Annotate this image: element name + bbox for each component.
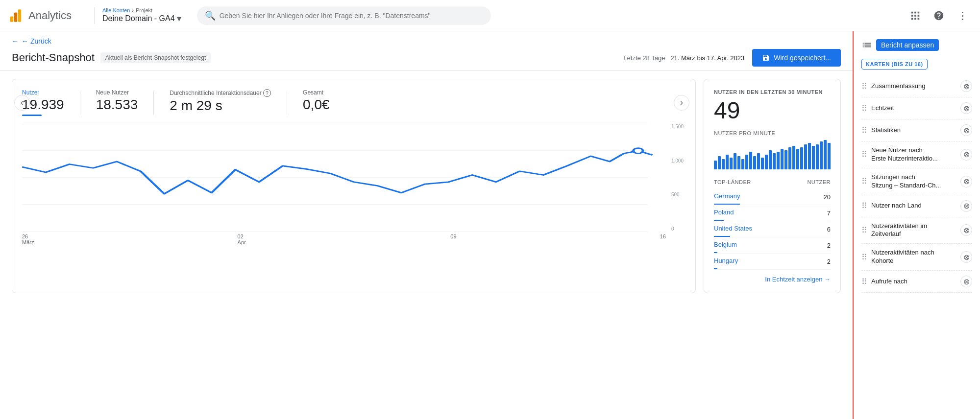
help-icon-button[interactable] bbox=[929, 6, 949, 25]
dropdown-arrow-icon: ▾ bbox=[177, 13, 181, 24]
more-options-button[interactable]: ⋮ bbox=[953, 6, 972, 25]
breadcrumb-domain: Deine Domain - GA4 bbox=[102, 14, 175, 23]
next-metric-button[interactable]: › bbox=[674, 95, 689, 111]
search-input[interactable] bbox=[220, 12, 483, 20]
breadcrumb-parent[interactable]: Alle Konten bbox=[102, 7, 130, 13]
remove-aktivitaeten-zeit-button[interactable]: ⊗ bbox=[960, 224, 972, 236]
country-belgium-count: 2 bbox=[827, 242, 831, 249]
panel-item-echtzeit[interactable]: ⠿ Echtzeit ⊗ bbox=[861, 97, 972, 119]
countries-header-left: TOP-LÄNDER bbox=[714, 179, 751, 185]
panel-item-zusammenfassung[interactable]: ⠿ Zusammenfassung ⊗ bbox=[861, 75, 972, 97]
metric-gesamt-label: Gesamt bbox=[303, 89, 330, 96]
bar-item bbox=[777, 152, 780, 169]
main-layout: ← ← Zurück Bericht-Snapshot Aktuell als … bbox=[0, 31, 980, 419]
country-row-hungary: Hungary 2 bbox=[714, 254, 831, 270]
country-row-poland: Poland 7 bbox=[714, 205, 831, 221]
remove-icon-6: ⊗ bbox=[963, 201, 970, 210]
help-circle-icon bbox=[933, 10, 944, 21]
country-us-count: 6 bbox=[827, 226, 831, 233]
metric-gesamt-value: 0,0€ bbox=[303, 97, 330, 113]
realtime-link-text: In Echtzeit anzeigen → bbox=[765, 276, 831, 283]
panel-item-label-aktivitaeten-zeit: Nutzeraktivitäten imZeitverlauf bbox=[871, 222, 927, 239]
grid-icon-button[interactable] bbox=[906, 6, 925, 25]
remove-icon-8: ⊗ bbox=[963, 253, 970, 262]
back-arrow-icon: ← bbox=[12, 37, 19, 45]
svg-rect-1 bbox=[14, 12, 17, 22]
drag-icon-neue-nutzer: ⠿ bbox=[861, 150, 867, 159]
remove-statistiken-button[interactable]: ⊗ bbox=[960, 124, 972, 136]
country-poland[interactable]: Poland bbox=[714, 209, 734, 216]
panel-item-nutzer-land[interactable]: ⠿ Nutzer nach Land ⊗ bbox=[861, 195, 972, 217]
svg-point-17 bbox=[634, 148, 643, 154]
line-chart-svg bbox=[22, 124, 686, 232]
remove-aktivitaeten-kohorte-button[interactable]: ⊗ bbox=[960, 251, 972, 263]
cards-label: KARTEN (BIS ZU 16) bbox=[861, 59, 972, 75]
logo-area: Analytics bbox=[8, 8, 86, 23]
panel-item-sitzungen[interactable]: ⠿ Sitzungen nachSitzung – Standard-Ch...… bbox=[861, 168, 972, 195]
breadcrumb-main[interactable]: Deine Domain - GA4 ▾ bbox=[102, 13, 181, 24]
realtime-title: NUTZER IN DEN LETZTEN 30 MINUTEN bbox=[714, 89, 831, 95]
bar-item bbox=[800, 147, 803, 169]
bar-item bbox=[812, 146, 815, 169]
breadcrumb-top: Alle Konten › Projekt bbox=[102, 7, 181, 13]
remove-aufrufe-button[interactable]: ⊗ bbox=[960, 276, 972, 287]
search-bar[interactable]: 🔍 bbox=[197, 6, 491, 25]
breadcrumb-sub: Projekt bbox=[136, 7, 152, 13]
cards-label-text: KARTEN (BIS ZU 16) bbox=[861, 59, 928, 70]
country-row-us: United States 6 bbox=[714, 221, 831, 237]
save-button[interactable]: Wird gespeichert... bbox=[752, 49, 841, 67]
bar-item bbox=[784, 150, 787, 169]
metric-neue-nutzer[interactable]: Neue Nutzer 18.533 bbox=[96, 89, 138, 113]
chart-x-labels: 26März 02Apr. 09 16 bbox=[22, 232, 686, 245]
remove-icon-9: ⊗ bbox=[963, 277, 970, 286]
remove-sitzungen-button[interactable]: ⊗ bbox=[960, 176, 972, 187]
metric-dauer[interactable]: Durchschnittliche Interaktionsdauer ? 2 … bbox=[170, 89, 271, 114]
realtime-card: NUTZER IN DEN LETZTEN 30 MINUTEN 49 NUTZ… bbox=[704, 79, 841, 293]
bar-item bbox=[741, 159, 744, 169]
country-germany[interactable]: Germany bbox=[714, 192, 740, 200]
drag-icon-sitzungen: ⠿ bbox=[861, 177, 867, 186]
panel-title: Bericht anpassen bbox=[876, 39, 939, 51]
svg-rect-6 bbox=[911, 15, 913, 17]
panel-item-aktivitaeten-kohorte[interactable]: ⠿ Nutzeraktivitäten nachKohorte ⊗ bbox=[861, 244, 972, 271]
remove-neue-nutzer-button[interactable]: ⊗ bbox=[960, 149, 972, 161]
bar-item bbox=[757, 153, 760, 169]
svg-rect-2 bbox=[18, 9, 21, 22]
remove-icon: ⊗ bbox=[963, 82, 970, 91]
countries-table: TOP-LÄNDER NUTZER Germany 20 Poland bbox=[714, 177, 831, 270]
bar-item bbox=[745, 155, 748, 169]
metric-gesamt[interactable]: Gesamt 0,0€ bbox=[303, 89, 330, 113]
bar-item bbox=[824, 140, 827, 169]
panel-item-neue-nutzer[interactable]: ⠿ Neue Nutzer nachErste Nutzerinteraktio… bbox=[861, 141, 972, 168]
panel-item-label-statistiken: Statistiken bbox=[871, 126, 901, 135]
breadcrumb-area: Alle Konten › Projekt Deine Domain - GA4… bbox=[94, 7, 181, 24]
remove-nutzer-land-button[interactable]: ⊗ bbox=[960, 200, 972, 212]
country-belgium[interactable]: Belgium bbox=[714, 241, 737, 248]
dauer-help-icon[interactable]: ? bbox=[263, 89, 271, 97]
remove-zusammenfassung-button[interactable]: ⊗ bbox=[960, 80, 972, 92]
search-icon: 🔍 bbox=[205, 10, 216, 21]
metric-divider-2 bbox=[153, 91, 154, 115]
panel-item-statistiken[interactable]: ⠿ Statistiken ⊗ bbox=[861, 119, 972, 141]
country-us[interactable]: United States bbox=[714, 225, 752, 232]
remove-echtzeit-button[interactable]: ⊗ bbox=[960, 102, 972, 114]
bar-item bbox=[765, 155, 768, 169]
realtime-link[interactable]: In Echtzeit anzeigen → bbox=[714, 276, 831, 283]
right-panel: Bericht anpassen KARTEN (BIS ZU 16) ⠿ Zu… bbox=[853, 31, 980, 419]
prev-metric-button[interactable]: ‹ bbox=[14, 95, 30, 111]
date-range-value: 21. März bis 17. Apr. 2023 bbox=[670, 54, 744, 62]
drag-icon-aufrufe: ⠿ bbox=[861, 277, 867, 286]
country-hungary[interactable]: Hungary bbox=[714, 257, 738, 264]
realtime-sub-title: NUTZER PRO MINUTE bbox=[714, 130, 831, 136]
x-label-09: 09 bbox=[450, 233, 456, 245]
back-link[interactable]: ← ← Zurück bbox=[12, 37, 841, 45]
panel-item-aktivitaeten-zeit[interactable]: ⠿ Nutzeraktivitäten imZeitverlauf ⊗ bbox=[861, 217, 972, 244]
panel-item-label-zusammenfassung: Zusammenfassung bbox=[871, 82, 926, 91]
country-hungary-count: 2 bbox=[827, 258, 831, 265]
x-label-16: 16 bbox=[660, 233, 666, 245]
drag-icon-nutzer-land: ⠿ bbox=[861, 201, 867, 210]
panel-item-label-aktivitaeten-kohorte: Nutzeraktivitäten nachKohorte bbox=[871, 249, 934, 265]
panel-item-aufrufe[interactable]: ⠿ Aufrufe nach ⊗ bbox=[861, 271, 972, 293]
countries-header: TOP-LÄNDER NUTZER bbox=[714, 177, 831, 187]
svg-rect-11 bbox=[918, 18, 920, 20]
